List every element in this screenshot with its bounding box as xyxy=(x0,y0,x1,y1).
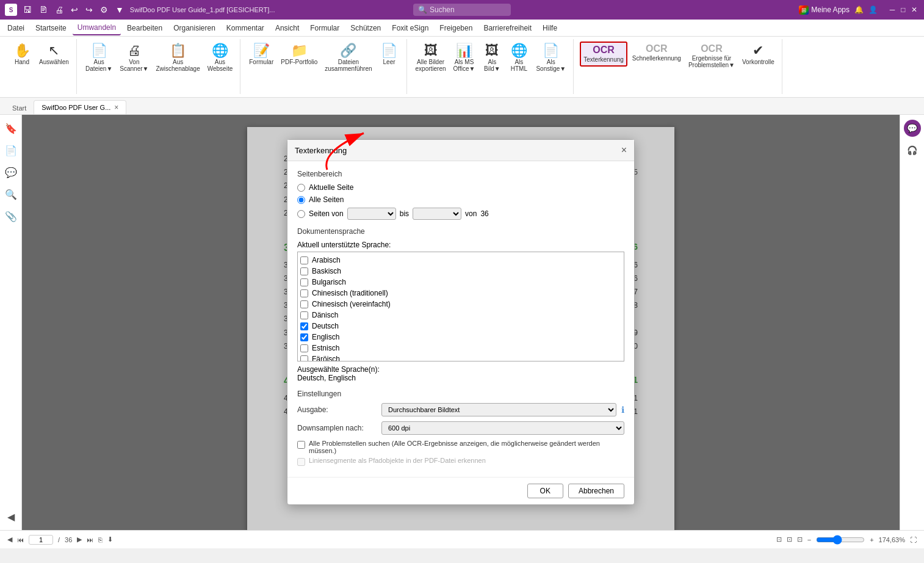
lines-checkbox[interactable] xyxy=(297,458,305,466)
sidebar-collapse-icon[interactable]: ◀ xyxy=(2,508,20,525)
problems-checkbox[interactable] xyxy=(297,441,305,449)
lang-estnisch-checkbox[interactable] xyxy=(300,344,308,352)
ribbon-btn-zusammenfuhren[interactable]: 🔗 Dateienzusammenführen xyxy=(322,42,374,74)
export-page-button[interactable]: ⬇ xyxy=(107,536,113,543)
ribbon-btn-alle-bilder[interactable]: 🖼 Alle Bilderexportieren xyxy=(413,42,449,74)
redo-icon[interactable]: ↪ xyxy=(83,4,95,16)
lang-chinesisch-simp-checkbox[interactable] xyxy=(300,300,308,308)
lines-label: Liniensegmente als Pfadobjekte in der PD… xyxy=(309,457,486,464)
ribbon-btn-hand[interactable]: ✋ Hand xyxy=(10,42,34,68)
menu-startseite[interactable]: Startseite xyxy=(31,21,71,35)
sidebar-bookmark-icon[interactable]: 🔖 xyxy=(2,120,20,137)
first-page-button[interactable]: ⏮ xyxy=(17,536,24,543)
user-icon[interactable]: 👤 xyxy=(868,5,878,14)
sidebar-search-icon[interactable]: 🔍 xyxy=(2,186,20,203)
sidebar-page-icon[interactable]: 📄 xyxy=(2,142,20,159)
ok-button[interactable]: OK xyxy=(527,484,563,498)
radio-all-input[interactable] xyxy=(297,196,305,204)
radio-range-input[interactable] xyxy=(297,210,305,218)
fit-height-icon[interactable]: ⊡ xyxy=(797,536,803,543)
ribbon-btn-portfolio[interactable]: 📁 PDF-Portfolio xyxy=(278,42,320,68)
lang-faroisch-checkbox[interactable] xyxy=(300,355,308,362)
settings-icon[interactable]: ⚙ xyxy=(98,4,110,16)
sidebar-attach-icon[interactable]: 📎 xyxy=(2,208,20,225)
undo-icon[interactable]: ↩ xyxy=(68,4,81,16)
close-button[interactable]: ✕ xyxy=(909,5,919,15)
ribbon-btn-als-html[interactable]: 🌐 AlsHTML xyxy=(507,42,531,74)
search-input[interactable] xyxy=(430,5,503,14)
ribbon-btn-texterkennung[interactable]: OCR Texterkennung xyxy=(580,42,627,67)
bell-icon[interactable]: 🔔 xyxy=(854,5,864,14)
dropdown-icon[interactable]: ▼ xyxy=(113,4,126,16)
lang-arabisch-checkbox[interactable] xyxy=(300,256,308,264)
menu-ansicht[interactable]: Ansicht xyxy=(270,21,304,35)
lang-bulgarisch-checkbox[interactable] xyxy=(300,278,308,286)
downsample-select[interactable]: 600 dpi xyxy=(381,421,624,435)
range-from-select[interactable] xyxy=(347,208,396,220)
ribbon-btn-als-bild[interactable]: 🖼 AlsBild▼ xyxy=(480,42,504,74)
cancel-button[interactable]: Abbrechen xyxy=(568,484,624,498)
page-input[interactable] xyxy=(29,535,53,545)
start-tab[interactable]: Start xyxy=(5,102,34,114)
menu-schuetzen[interactable]: Schützen xyxy=(345,21,386,35)
restore-button[interactable]: □ xyxy=(898,5,908,15)
save-icon[interactable]: 🖫 xyxy=(21,4,34,16)
bis-label: bis xyxy=(400,209,409,218)
lang-danisch-checkbox[interactable] xyxy=(300,311,308,319)
prev-page-button[interactable]: ◀ xyxy=(7,536,12,543)
zoom-slider[interactable] xyxy=(816,535,865,545)
doc-tab-close[interactable]: × xyxy=(114,103,118,112)
lang-chinesisch-trad-checkbox[interactable] xyxy=(300,289,308,297)
print-icon[interactable]: 🖨 xyxy=(52,4,66,16)
ribbon-btn-auswahlen[interactable]: ↖ Auswählen xyxy=(37,42,71,68)
ribbon-btn-ergebnisse[interactable]: OCR Ergebnisse fürProblemstellen▼ xyxy=(686,42,737,71)
ribbon-btn-zwischenablage[interactable]: 📋 AusZwischenablage xyxy=(153,42,202,74)
menu-bearbeiten[interactable]: Bearbeiten xyxy=(122,21,167,35)
search-box[interactable]: 🔍 xyxy=(413,4,511,16)
chat-icon[interactable]: 💬 xyxy=(904,120,921,137)
copy-page-button[interactable]: ⎘ xyxy=(98,536,103,543)
fullscreen-button[interactable]: ⛶ xyxy=(910,536,917,543)
last-page-button[interactable]: ⏭ xyxy=(87,536,93,543)
dialog-close-button[interactable]: × xyxy=(621,145,627,156)
ribbon-btn-aus-dateien[interactable]: 📄 AusDateien▼ xyxy=(83,42,115,74)
info-icon[interactable]: ℹ xyxy=(621,405,624,415)
menu-freigeben[interactable]: Freigeben xyxy=(435,21,477,35)
menu-kommentar[interactable]: Kommentar xyxy=(222,21,269,35)
range-to-select[interactable] xyxy=(413,208,461,220)
menu-barrierefreiheit[interactable]: Barrierefreiheit xyxy=(478,21,536,35)
ribbon-btn-webseite[interactable]: 🌐 AusWebseite xyxy=(205,42,236,74)
zoom-in-button[interactable]: + xyxy=(870,536,873,543)
menu-umwandeln[interactable]: Umwandeln xyxy=(73,21,121,35)
output-select[interactable]: Durchsuchbarer Bildtext xyxy=(381,403,616,416)
menu-hilfe[interactable]: Hilfe xyxy=(538,21,562,35)
menu-formular[interactable]: Formular xyxy=(305,21,344,35)
lang-englisch-checkbox[interactable] xyxy=(300,333,308,341)
ribbon-btn-formular[interactable]: 📝 Formular xyxy=(247,42,276,68)
zoom-out-button[interactable]: − xyxy=(807,536,811,543)
pdf-content: 2.1 Create a Blank PDF -----------------… xyxy=(22,115,900,530)
menu-datei[interactable]: Datei xyxy=(2,21,29,35)
ribbon-btn-leer[interactable]: 📄 Leer xyxy=(377,42,402,68)
menu-foxit[interactable]: Foxit eSign xyxy=(387,21,433,35)
next-page-button[interactable]: ▶ xyxy=(77,536,82,543)
lang-baskisch-checkbox[interactable] xyxy=(300,267,308,275)
lang-deutsch-checkbox[interactable] xyxy=(300,322,308,330)
headset-icon[interactable]: 🎧 xyxy=(904,142,921,159)
minimize-button[interactable]: ─ xyxy=(887,5,897,15)
ribbon-btn-sonstige[interactable]: 📄 AlsSonstige▼ xyxy=(533,42,568,74)
ribbon-btn-ms-office[interactable]: 📊 Als MSOffice▼ xyxy=(451,42,478,74)
sidebar-comment-icon[interactable]: 💬 xyxy=(2,164,20,181)
open-icon[interactable]: 🖹 xyxy=(37,4,50,16)
doc-tab[interactable]: SwifDoo PDF User G... × xyxy=(34,100,126,114)
fit-width-icon[interactable]: ⊡ xyxy=(776,536,782,543)
ribbon-btn-webseite-label: AusWebseite xyxy=(208,59,233,72)
ribbon-btn-schnellerkennung[interactable]: OCR Schnellerkennung xyxy=(630,42,684,64)
ribbon-btn-vorkontrolle[interactable]: ✔ Vorkontrolle xyxy=(740,42,777,68)
radio-current-input[interactable] xyxy=(297,184,305,192)
ribbon-btn-scanner[interactable]: 🖨 VonScanner▼ xyxy=(117,42,151,74)
my-apps-button[interactable]: ⊞ Meine Apps xyxy=(799,5,850,15)
file-icon: 📄 xyxy=(91,44,107,57)
fit-page-icon[interactable]: ⊡ xyxy=(787,536,792,543)
menu-organisieren[interactable]: Organisieren xyxy=(168,21,220,35)
